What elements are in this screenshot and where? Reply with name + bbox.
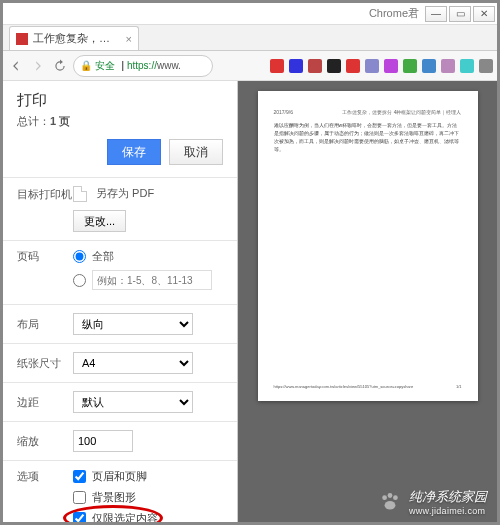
paw-icon (377, 489, 403, 515)
cancel-button[interactable]: 取消 (169, 139, 223, 165)
window-maximize-button[interactable]: ▭ (449, 6, 471, 22)
browser-tab[interactable]: 工作愈复杂，愈要拆 × (9, 26, 139, 50)
url-scheme: https:// (127, 60, 157, 71)
watermark-brand: 纯净系统家园 (409, 488, 487, 506)
print-panel: 打印 总计：1 页 保存 取消 目标打印机 另存为 PDF 更改... (3, 81, 238, 522)
tab-favicon-icon (16, 33, 28, 45)
extension-icon[interactable] (365, 59, 379, 73)
window-minimize-button[interactable]: — (425, 6, 447, 22)
selection-only-label: 仅限选定内容 (92, 511, 158, 522)
window-titlebar: Chrome君 — ▭ ✕ (3, 3, 497, 25)
svg-point-0 (382, 495, 387, 500)
preview-header-title: 工作愈复杂，愈要拆分 4种框架让问题变简单｜经理人 (342, 109, 461, 115)
extension-icon[interactable] (346, 59, 360, 73)
layout-label: 布局 (17, 317, 73, 332)
extension-icon[interactable] (441, 59, 455, 73)
url-input[interactable]: 🔒 安全 | https://www. (73, 55, 213, 77)
tab-title: 工作愈复杂，愈要拆 (33, 31, 120, 46)
svg-point-2 (393, 495, 398, 500)
pdf-icon (73, 186, 87, 202)
scale-label: 缩放 (17, 434, 73, 449)
pages-range-input[interactable] (92, 270, 212, 290)
tab-close-icon[interactable]: × (126, 33, 132, 45)
watermark: 纯净系统家园 www.jidaimei.com (377, 488, 487, 516)
svg-point-1 (388, 493, 393, 498)
margin-label: 边距 (17, 395, 73, 410)
background-checkbox[interactable] (73, 491, 86, 504)
extension-icons (270, 59, 493, 73)
lock-icon: 🔒 安全 (80, 59, 115, 73)
tab-strip: 工作愈复杂，愈要拆 × (3, 25, 497, 51)
print-total: 总计：1 页 (3, 114, 237, 139)
change-destination-button[interactable]: 更改... (73, 210, 126, 232)
layout-select[interactable]: 纵向 (73, 313, 193, 335)
extension-icon[interactable] (460, 59, 474, 73)
extension-icon[interactable] (384, 59, 398, 73)
address-bar: 🔒 安全 | https://www. (3, 51, 497, 81)
save-button[interactable]: 保存 (107, 139, 161, 165)
preview-footer-url: https://www.managertoday.com.tw/articles… (274, 384, 414, 389)
extension-icon[interactable] (270, 59, 284, 73)
preview-body: 难以应酬咁为例，当人们在用w杯咖啡时，会想要一套方法，但是要一套工具。方法是指解… (274, 121, 462, 153)
headers-checkbox[interactable] (73, 470, 86, 483)
paper-label: 纸张尺寸 (17, 356, 73, 371)
print-preview-area: 2017/9/6 工作愈复杂，愈要拆分 4种框架让问题变简单｜经理人 难以应酬咁… (238, 81, 497, 522)
destination-value: 另存为 PDF (96, 187, 154, 199)
extension-icon[interactable] (479, 59, 493, 73)
margin-select[interactable]: 默认 (73, 391, 193, 413)
extension-icon[interactable] (403, 59, 417, 73)
background-label: 背景图形 (92, 490, 136, 505)
print-title: 打印 (3, 81, 237, 114)
url-host: www. (157, 60, 181, 71)
preview-page-number: 1/1 (456, 384, 462, 389)
pages-range-radio[interactable] (73, 274, 86, 287)
window-app-title: Chrome君 (369, 6, 425, 21)
options-label: 选项 (17, 469, 73, 484)
destination-label: 目标打印机 (17, 187, 73, 202)
nav-forward-button[interactable] (29, 57, 47, 75)
preview-page: 2017/9/6 工作愈复杂，愈要拆分 4种框架让问题变简单｜经理人 难以应酬咁… (258, 91, 478, 401)
extension-icon[interactable] (308, 59, 322, 73)
nav-reload-button[interactable] (51, 57, 69, 75)
nav-back-button[interactable] (7, 57, 25, 75)
preview-date: 2017/9/6 (274, 109, 293, 115)
svg-point-3 (385, 501, 396, 510)
extension-icon[interactable] (327, 59, 341, 73)
pages-label: 页码 (17, 249, 73, 264)
pages-all-label: 全部 (92, 249, 114, 264)
extension-icon[interactable] (289, 59, 303, 73)
watermark-url: www.jidaimei.com (409, 506, 487, 516)
window-close-button[interactable]: ✕ (473, 6, 495, 22)
extension-icon[interactable] (422, 59, 436, 73)
headers-label: 页眉和页脚 (92, 469, 147, 484)
paper-select[interactable]: A4 (73, 352, 193, 374)
scale-input[interactable] (73, 430, 133, 452)
selection-only-checkbox[interactable] (73, 512, 86, 522)
pages-all-radio[interactable] (73, 250, 86, 263)
